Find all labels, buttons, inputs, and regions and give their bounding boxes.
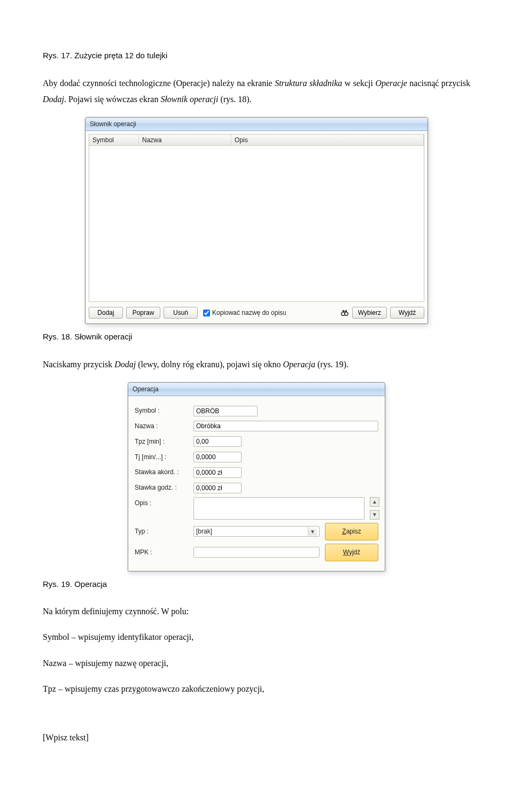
checkbox-text: Kopiować nazwę do opisu [212, 307, 286, 319]
dialog-operacja: Operacja Symbol : Nazwa : Tpz [min] : Tj… [128, 382, 385, 571]
def-tpz: Tpz – wpisujemy czas przygotowawczo zako… [43, 681, 470, 697]
text: (rys. 18). [218, 95, 251, 104]
label-stawka-akord: Stawka akord. : [135, 466, 188, 478]
symbol-input[interactable] [193, 406, 258, 416]
exit-button[interactable]: Wyjdź [390, 307, 424, 319]
stawka-akord-input[interactable] [193, 467, 242, 478]
row-stawka-akord: Stawka akord. : [135, 466, 378, 478]
row-typ: Typ : [brak] ▼ Zapisz [135, 523, 378, 540]
text: Naciskamy przycisk [43, 360, 114, 369]
exit-rest: yjdź [349, 548, 360, 556]
text: (lewy, dolny róg ekranu), pojawi się okn… [136, 360, 283, 369]
col-symbol[interactable]: Symbol [89, 135, 139, 145]
stawka-godz-input[interactable] [193, 483, 242, 493]
label-stawka-godz: Stawka godz. : [135, 482, 188, 494]
label-opis: Opis : [135, 497, 188, 509]
typ-value: [brak] [196, 525, 212, 538]
svg-rect-4 [344, 311, 346, 312]
select-button[interactable]: Wybierz [352, 307, 387, 319]
paragraph-intro-slownik: Aby dodać czynności technologiczne (Oper… [43, 75, 470, 108]
label-typ: Typ : [135, 525, 188, 538]
chevron-down-icon: ▼ [308, 527, 317, 536]
row-tpz: Tpz [min] : [135, 436, 378, 448]
textarea-scroll: ▲ ▼ [370, 497, 378, 520]
row-nazwa: Nazwa : [135, 420, 378, 432]
dialog-button-bar: Dodaj Popraw Usuń Kopiować nazwę do opis… [89, 305, 424, 320]
text-italic: Słownik operacji [160, 95, 218, 104]
dialog-titlebar: Operacja [128, 383, 385, 396]
copy-name-checkbox[interactable] [203, 310, 210, 316]
paragraph-definiujemy: Na którym definiujemy czynność. W polu: [43, 604, 470, 620]
exit-underline: W [343, 548, 349, 556]
caption-rys-18: Rys. 18. Słownik operacji [43, 329, 470, 345]
dialog-title: Słownik operacji [90, 118, 136, 130]
row-tj: Tj [min/...] : [135, 451, 378, 463]
label-symbol: Symbol : [135, 405, 188, 417]
scroll-up-icon[interactable]: ▲ [370, 497, 379, 507]
text: w sekcji [342, 79, 375, 88]
footer-placeholder: [Wpisz tekst] [43, 730, 470, 746]
save-button[interactable]: Zapisz [325, 523, 378, 540]
dialog-content: Symbol Nazwa Opis Dodaj Popraw Usuń Kopi… [86, 131, 428, 323]
row-symbol: Symbol : [135, 405, 378, 417]
text-italic: Operacje [375, 79, 407, 88]
dialog-content: Symbol : Nazwa : Tpz [min] : Tj [min/...… [128, 396, 385, 570]
exit-button[interactable]: Wyjdź [325, 544, 378, 561]
tj-input[interactable] [193, 452, 242, 462]
col-nazwa[interactable]: Nazwa [139, 135, 231, 145]
label-mpk: MPK : [135, 546, 188, 559]
grid-header: Symbol Nazwa Opis [89, 135, 424, 146]
binoculars-icon[interactable] [340, 308, 349, 317]
add-button[interactable]: Dodaj [89, 307, 123, 319]
copy-name-checkbox-label[interactable]: Kopiować nazwę do opisu [203, 307, 337, 319]
typ-select[interactable]: [brak] ▼ [193, 526, 320, 537]
text-italic: Dodaj [114, 360, 136, 369]
save-rest: apisz [346, 528, 361, 535]
text: Aby dodać czynności technologiczne (Oper… [43, 79, 275, 88]
mpk-input[interactable] [193, 547, 320, 558]
delete-button[interactable]: Usuń [164, 307, 198, 319]
nazwa-input[interactable] [193, 421, 378, 431]
label-tpz: Tpz [min] : [135, 436, 188, 448]
dialog-title: Operacja [133, 383, 159, 396]
paragraph-nacisnij-dodaj: Naciskamy przycisk Dodaj (lewy, dolny ró… [43, 357, 470, 373]
text: . Pojawi się wówczas ekran [64, 95, 160, 104]
def-symbol: Symbol – wpisujemy identyfikator operacj… [43, 629, 470, 645]
dialog-slownik-operacji: Słownik operacji Symbol Nazwa Opis Dodaj… [85, 117, 428, 324]
def-nazwa: Nazwa – wpisujemy nazwę operacji, [43, 655, 470, 671]
operations-grid[interactable]: Symbol Nazwa Opis [89, 134, 424, 302]
row-mpk: MPK : Wyjdź [135, 544, 378, 561]
label-tj: Tj [min/...] : [135, 451, 188, 463]
edit-button[interactable]: Popraw [126, 307, 160, 319]
save-underline: Z [342, 528, 346, 535]
label-nazwa: Nazwa : [135, 420, 188, 432]
text: (rys. 19). [315, 360, 348, 369]
tpz-input[interactable] [193, 436, 242, 447]
col-opis[interactable]: Opis [231, 135, 424, 145]
caption-rys-19: Rys. 19. Operacja [43, 577, 470, 592]
scroll-down-icon[interactable]: ▼ [370, 510, 379, 520]
dialog-titlebar: Słownik operacji [86, 118, 428, 131]
caption-rys-17: Rys. 17. Zużycie pręta 12 do tulejki [43, 48, 470, 64]
opis-textarea[interactable] [193, 497, 364, 520]
text: nacisnąć przycisk [407, 79, 470, 88]
text-italic: Operacja [283, 360, 315, 369]
row-stawka-godz: Stawka godz. : [135, 482, 378, 494]
text-italic: Struktura składnika [275, 79, 342, 88]
text-italic: Dodaj [43, 95, 64, 104]
row-opis: Opis : ▲ ▼ [135, 497, 378, 520]
